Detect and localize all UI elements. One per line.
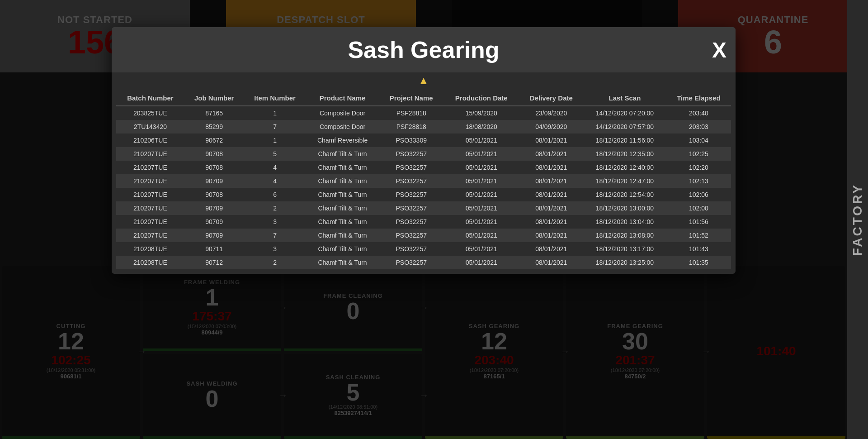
table-cell: 90708	[184, 188, 244, 201]
table-cell: PSO32257	[379, 174, 443, 188]
table-cell: 90709	[184, 201, 244, 215]
table-body: 203825TUE871651Composite DoorPSF2881815/…	[116, 106, 731, 269]
data-table: Batch Number Job Number Item Number Prod…	[116, 89, 731, 269]
table-header: Batch Number Job Number Item Number Prod…	[116, 89, 731, 106]
table-row[interactable]: 210207TUE907097Chamf Tilt & TurnPSO32257…	[116, 229, 731, 242]
table-cell: 18/12/2020 12:54:00	[583, 188, 666, 201]
table-cell: 18/12/2020 12:35:00	[583, 147, 666, 161]
col-delivery: Delivery Date	[519, 89, 583, 106]
table-cell: 101:43	[666, 242, 731, 256]
table-cell: 87165	[184, 106, 244, 120]
table-cell: 04/09/2020	[519, 120, 583, 134]
table-cell: 18/12/2020 12:47:00	[583, 174, 666, 188]
table-row[interactable]: 210207TUE907085Chamf Tilt & TurnPSO32257…	[116, 147, 731, 161]
factory-sidebar: FACTORY	[847, 0, 868, 439]
table-cell: 7	[244, 120, 306, 134]
table-cell: 3	[244, 215, 306, 229]
table-row[interactable]: 210207TUE907086Chamf Tilt & TurnPSO32257…	[116, 188, 731, 201]
modal-dialog: Sash Gearing X ▲ Batch Number Job Number…	[112, 27, 736, 274]
table-cell: 18/12/2020 13:25:00	[583, 256, 666, 269]
col-item: Item Number	[244, 89, 306, 106]
table-cell: 4	[244, 174, 306, 188]
table-row[interactable]: 210208TUE907113Chamf Tilt & TurnPSO32257…	[116, 242, 731, 256]
table-row[interactable]: 210206TUE906721Chamf ReversiblePSO333090…	[116, 134, 731, 147]
table-cell: 08/01/2021	[519, 242, 583, 256]
table-cell: 210207TUE	[116, 215, 184, 229]
table-row[interactable]: 210207TUE907094Chamf Tilt & TurnPSO32257…	[116, 174, 731, 188]
table-cell: 102:20	[666, 161, 731, 174]
factory-label: FACTORY	[850, 183, 865, 256]
table-cell: 90712	[184, 256, 244, 269]
table-cell: 08/01/2021	[519, 256, 583, 269]
table-cell: PSO32257	[379, 161, 443, 174]
table-cell: Chamf Tilt & Turn	[306, 256, 379, 269]
table-cell: 90708	[184, 161, 244, 174]
table-cell: Chamf Tilt & Turn	[306, 147, 379, 161]
table-cell: 90672	[184, 134, 244, 147]
table-cell: 18/12/2020 13:00:00	[583, 201, 666, 215]
table-cell: 6	[244, 188, 306, 201]
table-cell: 203:03	[666, 120, 731, 134]
table-cell: 05/01/2021	[443, 161, 519, 174]
table-cell: 08/01/2021	[519, 161, 583, 174]
table-cell: 210208TUE	[116, 256, 184, 269]
table-cell: 210207TUE	[116, 161, 184, 174]
table-cell: 15/09/2020	[443, 106, 519, 120]
up-arrow-row: ▲	[112, 72, 736, 89]
table-cell: Chamf Tilt & Turn	[306, 242, 379, 256]
table-cell: 210208TUE	[116, 242, 184, 256]
table-cell: Chamf Tilt & Turn	[306, 229, 379, 242]
table-cell: PSO32257	[379, 242, 443, 256]
table-cell: 1	[244, 106, 306, 120]
table-cell: 102:06	[666, 188, 731, 201]
table-cell: 90708	[184, 147, 244, 161]
table-cell: PSF28818	[379, 120, 443, 134]
table-cell: 203:40	[666, 106, 731, 120]
table-row[interactable]: 2TU143420852997Composite DoorPSF2881818/…	[116, 120, 731, 134]
table-row[interactable]: 210207TUE907092Chamf Tilt & TurnPSO32257…	[116, 201, 731, 215]
table-cell: 18/12/2020 11:56:00	[583, 134, 666, 147]
table-cell: 14/12/2020 07:20:00	[583, 106, 666, 120]
table-row[interactable]: 210207TUE907093Chamf Tilt & TurnPSO32257…	[116, 215, 731, 229]
table-row[interactable]: 210207TUE907084Chamf Tilt & TurnPSO32257…	[116, 161, 731, 174]
table-cell: Chamf Tilt & Turn	[306, 174, 379, 188]
table-cell: 05/01/2021	[443, 188, 519, 201]
table-cell: 2	[244, 256, 306, 269]
modal-close-button[interactable]: X	[712, 38, 726, 62]
table-cell: 101:52	[666, 229, 731, 242]
table-cell: 203825TUE	[116, 106, 184, 120]
table-cell: PSO32257	[379, 147, 443, 161]
table-cell: 210207TUE	[116, 188, 184, 201]
table-cell: PSO32257	[379, 215, 443, 229]
table-cell: 210207TUE	[116, 229, 184, 242]
table-cell: 90709	[184, 229, 244, 242]
table-cell: 2	[244, 201, 306, 215]
table-cell: 14/12/2020 07:57:00	[583, 120, 666, 134]
table-cell: 90709	[184, 215, 244, 229]
table-cell: 90709	[184, 174, 244, 188]
table-cell: 05/01/2021	[443, 229, 519, 242]
modal-title: Sash Gearing	[121, 36, 726, 63]
table-cell: 1	[244, 134, 306, 147]
table-cell: 7	[244, 229, 306, 242]
table-header-row: Batch Number Job Number Item Number Prod…	[116, 89, 731, 106]
table-cell: 210207TUE	[116, 147, 184, 161]
table-cell: 2TU143420	[116, 120, 184, 134]
table-cell: 18/12/2020 13:08:00	[583, 229, 666, 242]
table-cell: Chamf Tilt & Turn	[306, 188, 379, 201]
table-cell: 08/01/2021	[519, 215, 583, 229]
table-row[interactable]: 210208TUE907122Chamf Tilt & TurnPSO32257…	[116, 256, 731, 269]
table-cell: 103:04	[666, 134, 731, 147]
table-cell: Composite Door	[306, 106, 379, 120]
table-row[interactable]: 203825TUE871651Composite DoorPSF2881815/…	[116, 106, 731, 120]
table-cell: 05/01/2021	[443, 215, 519, 229]
col-project: Project Name	[379, 89, 443, 106]
modal-title-bar: Sash Gearing X	[112, 27, 736, 72]
col-elapsed: Time Elapsed	[666, 89, 731, 106]
table-cell: 90711	[184, 242, 244, 256]
table-cell: 85299	[184, 120, 244, 134]
table-cell: 08/01/2021	[519, 188, 583, 201]
table-cell: 5	[244, 147, 306, 161]
table-cell: 4	[244, 161, 306, 174]
table-cell: 210207TUE	[116, 201, 184, 215]
